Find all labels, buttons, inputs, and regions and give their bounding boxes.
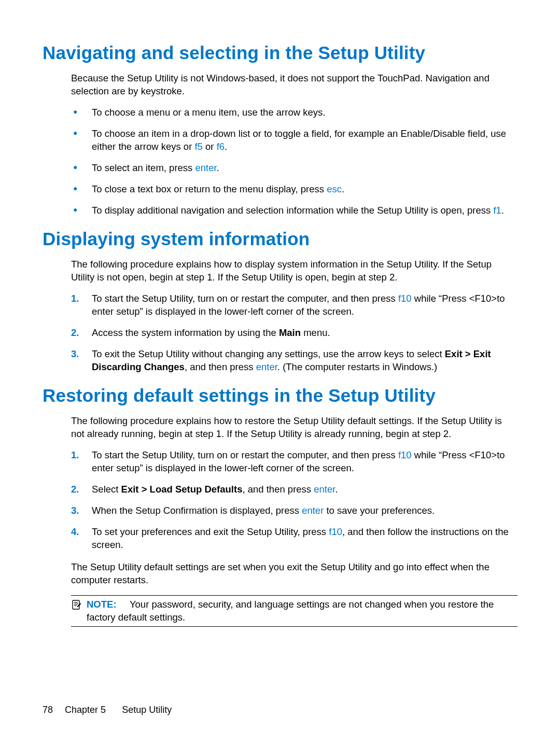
list-item: To start the Setup Utility, turn on or r… [71,449,517,475]
text: When the Setup Confirmation is displayed… [92,505,302,516]
text: , and then press [242,484,314,495]
text: To choose an item in a drop-down list or… [92,128,506,152]
paragraph: The Setup Utility default settings are s… [71,561,517,587]
note-box: NOTE: Your password, security, and langu… [71,595,517,627]
key-f10: f10 [329,526,342,537]
note-label: NOTE: [87,599,117,610]
text: . [342,184,344,194]
text: To select an item, press [92,162,195,173]
text: to save your preferences. [324,505,435,516]
key-f1: f1 [493,205,501,216]
text: To start the Setup Utility, turn on or r… [92,449,398,460]
text: . (The computer restarts in Windows.) [277,361,437,372]
key-enter: enter [314,484,335,495]
text: . [335,484,338,495]
key-f5: f5 [194,141,202,152]
list-item: To choose a menu or a menu item, use the… [71,106,517,119]
key-enter: enter [302,505,324,516]
numbered-list: To start the Setup Utility, turn on or r… [71,449,517,552]
heading-displaying-system-info: Displaying system information [43,227,517,251]
text: To exit the Setup Utility without changi… [92,348,445,359]
key-f10: f10 [398,449,412,460]
list-item: To set your preferences and exit the Set… [71,526,517,552]
text: To set your preferences and exit the Set… [92,526,329,537]
key-enter: enter [195,162,216,173]
page-footer: 78 Chapter 5 Setup Utility [43,704,172,716]
key-f6: f6 [217,141,225,152]
list-item: Access the system information by using t… [71,327,517,340]
key-esc: esc [327,184,342,194]
menu-exit-load-defaults: Exit > Load Setup Defaults [121,484,243,495]
list-item: To select an item, press enter. [71,162,517,175]
text: . [501,205,504,216]
note-text-wrap: NOTE: Your password, security, and langu… [87,598,517,624]
key-f10: f10 [398,293,412,304]
list-item: When the Setup Confirmation is displayed… [71,504,517,517]
text: . [225,141,227,152]
text: Access the system information by using t… [92,327,279,338]
text: To choose a menu or a menu item, use the… [92,107,325,118]
list-item: To close a text box or return to the men… [71,183,517,196]
list-item: To start the Setup Utility, turn on or r… [71,292,517,318]
chapter-label: Chapter 5 [65,705,106,715]
heading-restoring-defaults: Restoring default settings in the Setup … [43,383,517,407]
paragraph: The following procedure explains how to … [71,415,517,441]
svg-rect-0 [73,600,79,609]
numbered-list: To start the Setup Utility, turn on or r… [71,292,517,374]
paragraph: The following procedure explains how to … [71,258,517,284]
text: or [203,141,217,152]
list-item: To exit the Setup Utility without changi… [71,348,517,374]
text: . [217,162,219,173]
page-number: 78 [43,705,53,715]
paragraph: Because the Setup Utility is not Windows… [71,72,517,98]
text: To start the Setup Utility, turn on or r… [92,293,398,304]
note-text: Your password, security, and language se… [87,599,494,623]
list-item: To display additional navigation and sel… [71,204,517,217]
menu-main: Main [279,327,301,338]
note-icon [71,599,81,611]
chapter-title: Setup Utility [122,705,172,715]
list-item: Select Exit > Load Setup Defaults, and t… [71,483,517,496]
text: menu. [301,327,330,338]
bullet-list: To choose a menu or a menu item, use the… [71,106,517,217]
text: , and then press [185,361,256,372]
list-item: To choose an item in a drop-down list or… [71,128,517,153]
key-enter: enter [256,361,277,372]
text: Select [92,484,121,495]
text: To close a text box or return to the men… [92,184,327,194]
text: To display additional navigation and sel… [92,205,493,216]
heading-navigating: Navigating and selecting in the Setup Ut… [43,40,517,65]
